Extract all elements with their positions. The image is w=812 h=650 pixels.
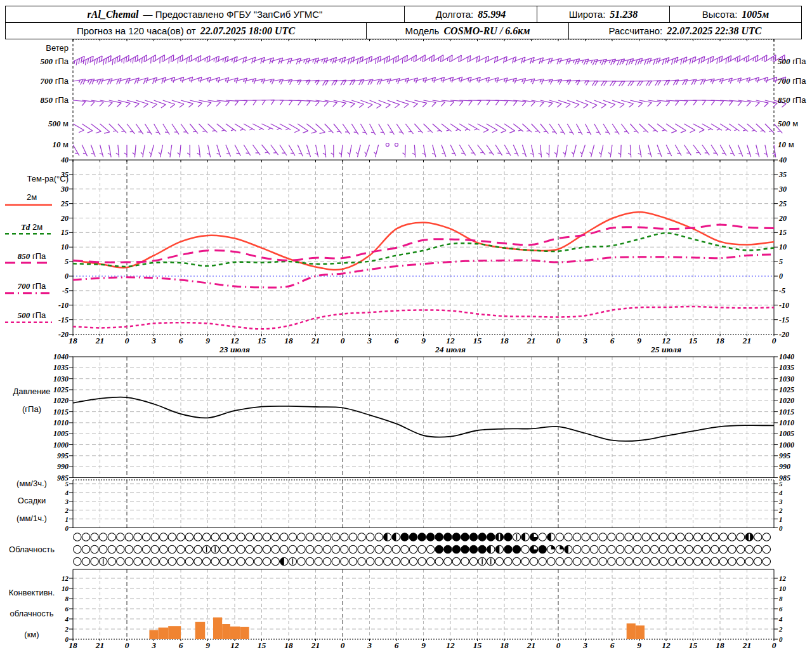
wind-level-850hpa-label: 850 гПа — [0, 95, 69, 105]
wind-barb-row-850 гПа — [73, 100, 786, 108]
svg-text:35: 35 — [778, 170, 787, 179]
svg-text:25: 25 — [778, 199, 787, 208]
svg-text:18: 18 — [716, 336, 724, 345]
svg-text:15: 15 — [689, 640, 698, 650]
svg-text:18: 18 — [716, 640, 724, 650]
svg-text:-20: -20 — [779, 330, 789, 339]
svg-text:3: 3 — [151, 640, 156, 650]
pressure-panel-unit: (гПа) — [0, 404, 63, 414]
svg-text:0: 0 — [772, 336, 776, 345]
svg-text:3: 3 — [65, 498, 69, 505]
svg-text:2: 2 — [65, 625, 69, 633]
svg-text:3: 3 — [582, 336, 587, 345]
svg-text:15: 15 — [473, 336, 482, 345]
svg-text:6: 6 — [179, 336, 183, 345]
svg-text:12: 12 — [230, 336, 239, 345]
svg-text:8: 8 — [65, 595, 69, 602]
altitude-value: 1005м — [742, 9, 769, 20]
time-axis-bottom: 1821036912151821036912151821036912151821… — [69, 640, 776, 650]
wind-barb-row-500 м — [73, 124, 782, 135]
svg-text:6: 6 — [610, 336, 615, 345]
svg-text:0: 0 — [779, 635, 783, 643]
wind-level-500hpa-label-right: 500 гПа — [778, 56, 806, 67]
svg-text:21: 21 — [95, 640, 105, 650]
wind-barb-row-10 м — [73, 143, 776, 158]
svg-text:6: 6 — [610, 640, 615, 650]
svg-text:6: 6 — [779, 605, 783, 613]
wind-panel — [73, 39, 786, 160]
svg-text:23 июля: 23 июля — [219, 345, 250, 354]
latitude-segment: Широта: 51.238 — [537, 6, 669, 22]
svg-text:1030: 1030 — [779, 375, 794, 383]
svg-text:3: 3 — [151, 336, 156, 345]
svg-text:9: 9 — [637, 640, 641, 650]
svg-text:15: 15 — [779, 228, 787, 237]
svg-text:5: 5 — [779, 480, 783, 488]
svg-text:1025: 1025 — [779, 385, 794, 394]
svg-text:995: 995 — [779, 451, 790, 460]
svg-text:9: 9 — [206, 336, 210, 345]
legend-td2m-label: Td 2м — [0, 222, 63, 232]
svg-text:2: 2 — [65, 507, 69, 514]
time-axis-mid: 1821036912151821036912151821036912151821… — [69, 336, 776, 354]
svg-text:1010: 1010 — [779, 418, 794, 427]
precip-unit-1h-label: (мм/1ч.) — [0, 514, 63, 523]
legend-t700-label: 700 гПа — [0, 281, 63, 291]
station-segment: rAl_Chemal — Предоставлено ФГБУ "ЗапСиб … — [6, 6, 404, 22]
svg-text:18: 18 — [500, 640, 509, 650]
svg-text:990: 990 — [57, 462, 69, 471]
computed-label: Рассчитано: — [608, 25, 662, 36]
svg-text:3: 3 — [778, 498, 783, 505]
convective-bar — [159, 628, 169, 639]
pressure-panel-title: Давление — [0, 387, 63, 396]
wind-level-700hpa-label-right: 700 гПа — [778, 76, 806, 86]
wind-panel-title: Ветер — [0, 43, 69, 53]
svg-text:40: 40 — [60, 156, 69, 164]
svg-text:6: 6 — [395, 640, 399, 650]
legend-t850-label: 850 гПа — [0, 251, 63, 262]
svg-text:1030: 1030 — [53, 375, 69, 383]
longitude-segment: Долгота: 85.994 — [404, 6, 537, 22]
longitude-label: Долгота: — [436, 9, 473, 20]
svg-text:1015: 1015 — [779, 408, 794, 416]
svg-text:-20: -20 — [58, 330, 69, 339]
precip-panel: 554433221100 — [65, 480, 783, 532]
svg-text:2: 2 — [778, 507, 783, 514]
svg-text:12: 12 — [662, 640, 671, 650]
svg-text:1005: 1005 — [53, 429, 69, 438]
svg-text:0: 0 — [556, 640, 561, 650]
svg-text:12: 12 — [62, 574, 69, 582]
svg-text:30: 30 — [778, 185, 787, 194]
svg-text:4: 4 — [65, 489, 69, 496]
svg-text:0: 0 — [341, 336, 345, 345]
svg-text:1020: 1020 — [779, 396, 794, 405]
svg-text:0: 0 — [65, 524, 69, 532]
convective-panel: 121210108866442200 — [62, 569, 787, 643]
legend-t500-label: 500 гПа — [0, 310, 63, 321]
convective-bar — [240, 627, 249, 639]
precip-unit-3h-label: (мм/3ч.) — [0, 479, 63, 488]
model-value: COSMO-RU / 6.6км — [443, 25, 530, 37]
convective-bar — [222, 624, 230, 639]
svg-text:1040: 1040 — [779, 352, 794, 361]
svg-text:21: 21 — [742, 336, 752, 345]
legend-t2m-label: 2м — [0, 192, 63, 202]
svg-text:0: 0 — [65, 272, 69, 281]
model-label: Модель — [405, 25, 440, 36]
wind-level-500m-label: 500 м — [0, 119, 69, 129]
svg-text:8: 8 — [779, 595, 783, 602]
longitude-value: 85.994 — [478, 9, 506, 20]
svg-text:0: 0 — [556, 336, 561, 345]
svg-text:18: 18 — [500, 336, 509, 345]
header-row-forecast: Прогноз на 120 часа(ов) от 22.07.2025 18… — [6, 22, 801, 39]
svg-text:15: 15 — [258, 336, 266, 345]
wind-level-700hpa-label: 700 гПа — [0, 76, 69, 86]
svg-text:21: 21 — [311, 640, 320, 650]
svg-text:3: 3 — [367, 336, 372, 345]
convective-bar — [168, 626, 181, 639]
convective-panel-title-2: облачность — [0, 609, 63, 618]
meteogram-canvas: 40403535303025252020151510105500-5-5-10-… — [0, 0, 812, 650]
forecast-label: Прогноз на 120 часа(ов) от — [77, 25, 196, 36]
svg-text:21: 21 — [311, 336, 320, 345]
convective-bar — [230, 627, 240, 639]
